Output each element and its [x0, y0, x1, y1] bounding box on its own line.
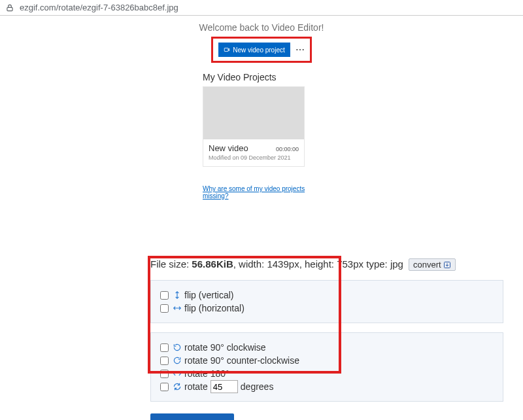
rotate-custom-suffix: degrees	[241, 380, 274, 393]
rotate-180-icon	[173, 369, 182, 378]
flip-horizontal-icon	[173, 304, 182, 313]
file-info: File size: 56.86KiB, width: 1439px, heig…	[150, 258, 523, 271]
svg-rect-1	[225, 48, 229, 52]
download-arrow-icon	[443, 261, 451, 269]
flip-vertical-row: flip (vertical)	[160, 289, 494, 302]
missing-projects-link[interactable]: Why are some of my video projects missin…	[203, 185, 320, 200]
lock-icon	[5, 3, 14, 12]
rotate-custom-icon	[173, 382, 182, 391]
welcome-text: Welcome back to Video Editor!	[199, 22, 324, 33]
file-size-prefix: File size:	[150, 258, 192, 270]
new-video-project-button[interactable]: New video project	[218, 43, 290, 57]
convert-button[interactable]: convert	[409, 258, 456, 271]
rotate-cw-icon	[173, 343, 182, 352]
flip-horizontal-row: flip (horizontal)	[160, 302, 494, 315]
convert-label: convert	[413, 260, 441, 270]
new-project-icon	[224, 46, 230, 53]
rotate-cw-label: rotate 90° clockwise	[184, 341, 266, 354]
flip-horizontal-checkbox[interactable]	[160, 304, 169, 313]
address-url[interactable]: ezgif.com/rotate/ezgif-7-63826babc8ef.jp…	[20, 3, 178, 12]
project-modified: Modified on 09 December 2021	[209, 154, 299, 161]
rotate-ccw-row: rotate 90° counter-clockwise	[160, 354, 494, 367]
rotate-ccw-checkbox[interactable]	[160, 357, 169, 365]
ezgif-rotate-section: File size: 56.86KiB, width: 1439px, heig…	[0, 258, 523, 420]
rotate-cw-row: rotate 90° clockwise	[160, 341, 494, 354]
video-editor-screenshot: Welcome back to Video Editor! New video …	[0, 16, 523, 200]
rotate-cw-checkbox[interactable]	[160, 343, 169, 352]
svg-rect-0	[7, 7, 12, 10]
rotate-options-block: rotate 90° clockwise rotate 90° counter-…	[150, 332, 503, 402]
flip-horizontal-label: flip (horizontal)	[184, 302, 245, 315]
project-duration: 00:00:00	[276, 146, 299, 152]
rotate-degrees-input[interactable]	[211, 380, 238, 393]
rotate-ccw-label: rotate 90° counter-clockwise	[184, 354, 299, 367]
flip-vertical-checkbox[interactable]	[160, 291, 169, 300]
project-thumbnail	[203, 87, 304, 139]
file-dims: , width: 1439px, height: 753px	[233, 258, 363, 270]
flip-options-block: flip (vertical) flip (horizontal)	[150, 280, 503, 323]
new-project-highlight: New video project ⋯	[211, 37, 311, 63]
rotate-ccw-icon	[173, 356, 182, 365]
rotate-custom-row: rotate degrees	[160, 380, 494, 393]
file-type: type: jpg	[363, 258, 403, 270]
my-video-projects-title: My Video Projects	[203, 72, 320, 82]
apply-rotation-button[interactable]: Apply rotation!	[150, 413, 234, 420]
address-bar: ezgif.com/rotate/ezgif-7-63826babc8ef.jp…	[0, 0, 523, 16]
rotate-custom-prefix: rotate	[184, 380, 208, 393]
rotate-custom-checkbox[interactable]	[160, 383, 169, 391]
rotate-180-row: rotate 180°	[160, 367, 494, 380]
rotate-180-label: rotate 180°	[184, 367, 229, 380]
project-name: New video	[209, 143, 248, 153]
file-size-value: 56.86KiB	[192, 258, 233, 270]
new-project-label: New video project	[233, 46, 284, 54]
flip-vertical-icon	[173, 290, 182, 300]
flip-vertical-label: flip (vertical)	[184, 289, 233, 302]
project-card[interactable]: New video 00:00:00 Modified on 09 Decemb…	[203, 86, 305, 167]
more-button[interactable]: ⋯	[295, 44, 305, 55]
rotate-180-checkbox[interactable]	[160, 370, 169, 378]
